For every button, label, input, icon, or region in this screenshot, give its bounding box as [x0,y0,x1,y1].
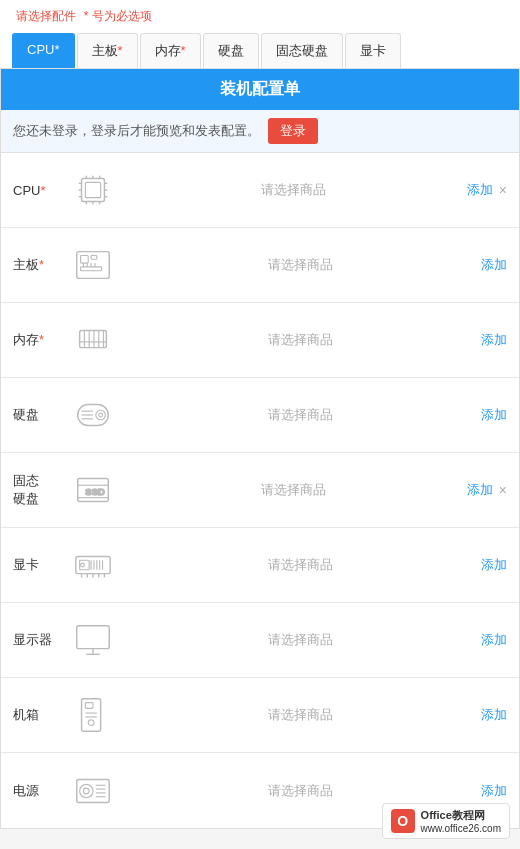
svg-text:SSD: SSD [85,486,105,497]
svg-rect-1 [85,182,100,197]
row-placeholder-case: 请选择商品 [120,706,481,724]
row-icon-hdd [65,393,120,438]
required-hint: * 号为必选项 [84,9,152,23]
svg-rect-52 [76,626,108,649]
row-label-cpu: CPU* [13,183,65,198]
add-btn-case[interactable]: 添加 [481,706,507,724]
row-icon-ssd: SSD [65,468,120,513]
svg-point-41 [80,563,84,567]
row-label-case: 机箱 [13,706,65,724]
row-label-psu: 电源 [13,782,65,800]
config-row-monitor: 显示器 请选择商品 添加 [1,603,519,678]
login-notice: 您还未登录，登录后才能预览和发表配置。 登录 [1,110,519,153]
row-icon-cpu [65,168,120,213]
config-row-case: 机箱 请选择商品 添加 [1,678,519,753]
row-actions-hdd: 添加 [481,406,507,424]
svg-rect-16 [91,255,97,259]
row-actions-memory: 添加 [481,331,507,349]
title-text: 请选择配件 [16,9,76,23]
login-notice-text: 您还未登录，登录后才能预览和发表配置。 [13,122,260,140]
main-panel: 装机配置单 您还未登录，登录后才能预览和发表配置。 登录 CPU* 请选择商品 [0,68,520,829]
row-actions-psu: 添加 [481,782,507,800]
panel-header: 装机配置单 [1,69,519,110]
tab-memory[interactable]: 内存* [140,33,201,68]
remove-btn-ssd[interactable]: × [499,482,507,498]
row-actions-gpu: 添加 [481,556,507,574]
row-icon-motherboard [65,243,120,288]
watermark-url: www.office26.com [421,823,501,834]
svg-point-31 [98,413,102,417]
config-row-cpu: CPU* 请选择商品 添加 × [1,153,519,228]
config-row-motherboard: 主板* 请选择商品 添加 [1,228,519,303]
row-placeholder-monitor: 请选择商品 [120,631,481,649]
row-placeholder-ssd: 请选择商品 [120,481,467,499]
row-placeholder-gpu: 请选择商品 [120,556,481,574]
row-placeholder-memory: 请选择商品 [120,331,481,349]
row-actions-monitor: 添加 [481,631,507,649]
tab-hdd[interactable]: 硬盘 [203,33,259,68]
tab-gpu[interactable]: 显卡 [345,33,401,68]
add-btn-psu[interactable]: 添加 [481,782,507,800]
row-actions-motherboard: 添加 [481,256,507,274]
svg-rect-22 [79,330,106,347]
config-list: CPU* 请选择商品 添加 × 主板* [1,153,519,828]
row-label-hdd: 硬盘 [13,406,65,424]
svg-rect-15 [80,255,88,263]
svg-point-57 [88,720,94,726]
tab-bar: CPU*主板*内存*硬盘固态硬盘显卡 [12,33,508,68]
row-label-memory: 内存* [13,331,65,349]
svg-rect-55 [81,699,100,731]
row-label-motherboard: 主板* [13,256,65,274]
svg-rect-17 [80,267,101,271]
add-btn-cpu[interactable]: 添加 [467,181,493,199]
row-label-gpu: 显卡 [13,556,65,574]
row-placeholder-cpu: 请选择商品 [120,181,467,199]
tab-cpu[interactable]: CPU* [12,33,75,68]
page-title: 请选择配件 * 号为必选项 [12,8,508,25]
svg-point-61 [79,784,92,797]
row-placeholder-psu: 请选择商品 [120,782,481,800]
row-icon-case [65,693,120,738]
row-icon-monitor [65,618,120,663]
top-bar: 请选择配件 * 号为必选项 CPU*主板*内存*硬盘固态硬盘显卡 [0,0,520,68]
remove-btn-cpu[interactable]: × [499,182,507,198]
config-row-gpu: 显卡 请选择商品 添加 [1,528,519,603]
svg-point-62 [83,788,89,794]
add-btn-ssd[interactable]: 添加 [467,481,493,499]
row-label-monitor: 显示器 [13,631,65,649]
row-icon-memory [65,318,120,363]
svg-point-30 [95,410,105,420]
watermark-icon: O [391,809,415,833]
login-button[interactable]: 登录 [268,118,318,144]
config-row-hdd: 硬盘 请选择商品 添加 [1,378,519,453]
row-label-ssd: 固态硬盘 [13,472,65,508]
watermark: O Office教程网 www.office26.com [382,803,510,839]
watermark-site-name: Office教程网 [421,808,501,823]
row-actions-cpu: 添加 × [467,181,507,199]
tab-motherboard[interactable]: 主板* [77,33,138,68]
tab-ssd[interactable]: 固态硬盘 [261,33,343,68]
config-row-memory: 内存* 请选择商品 添加 [1,303,519,378]
add-btn-monitor[interactable]: 添加 [481,631,507,649]
svg-rect-56 [85,703,93,709]
row-placeholder-hdd: 请选择商品 [120,406,481,424]
row-actions-ssd: 添加 × [467,481,507,499]
add-btn-memory[interactable]: 添加 [481,331,507,349]
add-btn-motherboard[interactable]: 添加 [481,256,507,274]
panel-title: 装机配置单 [220,80,300,97]
add-btn-hdd[interactable]: 添加 [481,406,507,424]
row-actions-case: 添加 [481,706,507,724]
row-placeholder-motherboard: 请选择商品 [120,256,481,274]
add-btn-gpu[interactable]: 添加 [481,556,507,574]
row-icon-gpu [65,543,120,588]
config-row-ssd: 固态硬盘 SSD 请选择商品 添加 × [1,453,519,528]
watermark-text: Office教程网 www.office26.com [421,808,501,834]
row-icon-psu [65,768,120,813]
